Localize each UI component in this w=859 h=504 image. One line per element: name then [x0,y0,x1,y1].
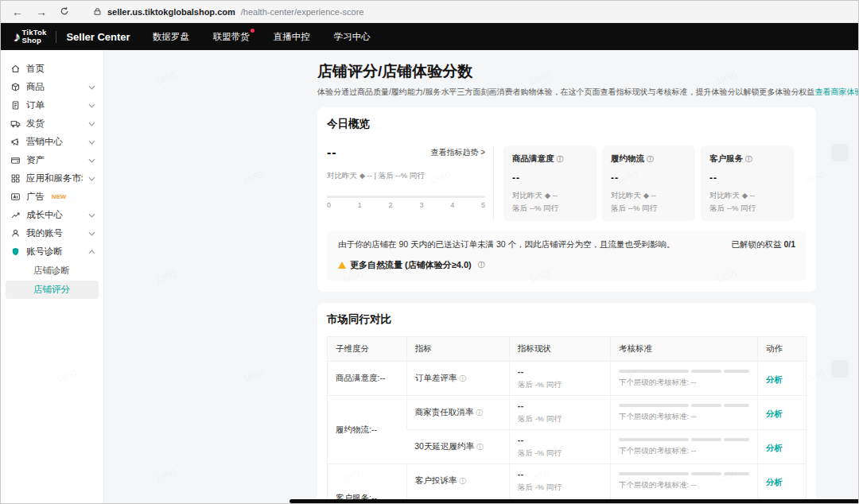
col-action: 动作 [757,337,806,362]
chevron-down-icon [88,158,95,163]
sidebar: 首页 商品 订单 发货 营销中心 [1,50,104,504]
card-value: -- [611,173,686,184]
view-trend-link[interactable]: 查看指标趋势 > [430,147,485,158]
dimension-cell: 商品满意度:-- [328,362,407,396]
metric-peer: 落后 -% 同行 [518,448,602,459]
standard-progress-bar [619,472,749,475]
sidebar-item-diagnosis[interactable]: 账号诊断 [1,242,103,261]
next-level-standard: 下个层级的考核标准: -- [619,412,749,422]
next-level-standard: 下个层级的考核标准: -- [619,480,749,490]
info-icon[interactable]: ⓘ [745,155,752,163]
sidebar-item-products[interactable]: 商品 [1,78,103,96]
sidebar-item-shipping[interactable]: 发货 [1,114,103,133]
sidebar-item-marketing[interactable]: 营销中心 [1,133,103,151]
info-icon[interactable]: ⓘ [476,409,483,417]
back-icon[interactable]: ← [12,6,23,17]
card-compare: 对比昨天 ◆ -- [709,191,785,201]
standard-progress-bar [619,370,749,373]
col-current: 指标现状 [509,337,610,362]
metric-label: 商家责任取消率 [415,407,474,417]
metric-value: -- [518,435,602,444]
card-value: -- [709,173,785,184]
nav-item-data-compass[interactable]: 数据罗盘 [153,31,189,43]
product-satisfaction-card: 商品满意度ⓘ -- 对比昨天 ◆ -- 落后 --% 同行 [503,145,597,221]
ads-icon [10,192,21,202]
nav-divider [56,31,56,43]
card-peer: 落后 --% 同行 [611,204,686,214]
url-domain: seller.us.tiktokglobalshop.com [107,7,235,17]
info-icon[interactable]: ⓘ [647,155,654,163]
card-compare: 对比昨天 ◆ -- [611,191,686,201]
metric-value: -- [518,401,602,410]
chevron-down-icon [88,213,95,218]
card-value: -- [512,173,588,184]
unlocked-benefits: 已解锁的权益 0/1 [731,239,795,250]
chevron-up-icon [88,250,95,254]
sidebar-item-orders[interactable]: 订单 [1,96,103,114]
nav-item-live-center[interactable]: 直播中控 [274,31,310,43]
tiktok-shop-logo[interactable]: ♪ TikTok Shop [14,29,46,45]
today-overview-card: 今日概览 -- 查看指标趋势 > 对比昨天 ◆ -- | 落后 --% 同行 [317,107,816,292]
next-level-standard: 下个层级的考核标准: -- [619,378,749,388]
scale-tick: 2 [389,201,393,209]
metric-label: 30天延迟履约率 [414,441,474,451]
analyze-link[interactable]: 分析 [766,374,783,384]
sidebar-item-app-market[interactable]: 应用和服务市场 [1,169,103,188]
floating-widget[interactable] [831,360,849,378]
reload-icon[interactable] [60,6,69,17]
info-icon[interactable]: ⓘ [557,155,564,163]
metric-label: 订单差评率 [415,373,457,382]
experience-score-rules-link[interactable]: 查看商家体验分规范 [815,87,858,96]
home-icon [10,64,21,74]
nav-item-affiliate[interactable]: 联盟带货 [213,31,250,43]
info-icon[interactable]: ⓘ [459,477,466,485]
sidebar-item-account[interactable]: 我的账号 [1,224,103,242]
product-icon [10,82,21,92]
sidebar-item-ads[interactable]: 广告 NEW [1,188,103,206]
analyze-link[interactable]: 分析 [766,409,783,418]
lock-icon [93,7,102,16]
order-icon [10,100,21,110]
standard-progress-bar [619,438,749,441]
warning-icon [338,262,346,269]
dimension-cell: 客户服务:-- [328,464,407,504]
analyze-link[interactable]: 分析 [766,443,783,452]
forward-icon[interactable]: → [36,6,47,17]
market-comparison-card: 市场同行对比 子维度分 指标 指标现状 考核标准 动作 [317,303,816,504]
sidebar-subitem-shop-diagnosis[interactable]: 店铺诊断 [6,262,99,280]
score-scale-track [327,196,485,198]
info-icon[interactable]: ⓘ [459,374,466,382]
sidebar-subitem-shop-rating[interactable]: 店铺评分 [6,281,99,299]
address-bar[interactable]: seller.us.tiktokglobalshop.com/health-ce… [93,7,363,17]
score-compare-text: 对比昨天 ◆ -- | 落后 --% 同行 [327,171,485,181]
scale-tick: 1 [358,201,362,209]
col-sub-dimension: 子维度分 [328,337,407,362]
chevron-down-icon [88,103,95,108]
table-row: 客户服务:-- 客户投诉率ⓘ --落后 -% 同行 下个层级的考核标准: -- … [328,464,807,498]
benefit-count: 0/1 [783,239,795,249]
metric-value: -- [518,469,602,479]
info-icon[interactable]: ⓘ [478,260,485,270]
growth-icon [10,210,21,220]
sidebar-item-assets[interactable]: 资产 [1,151,103,169]
card-peer: 落后 --% 同行 [512,204,588,214]
info-icon[interactable]: ⓘ [476,443,484,451]
nav-item-learning-center[interactable]: 学习中心 [334,31,371,43]
metric-peer: 落后 -% 同行 [518,380,602,390]
card-peer: 落后 --% 同行 [709,204,785,214]
browser-window: ← → seller.us.tiktokglobalshop.com/healt… [0,0,859,504]
fulfillment-logistics-card: 履约物流ⓘ -- 对比昨天 ◆ -- 落后 --% 同行 [602,145,695,221]
notice-text: 由于你的店铺在 90 天内的已送达订单未满 30 个，因此店铺评分为空，且流量也… [338,239,675,250]
floating-widget[interactable] [831,144,849,161]
comparison-table: 子维度分 指标 指标现状 考核标准 动作 商品满意度:-- 订单差评率ⓘ [327,336,807,504]
table-row: 商品满意度:-- 订单差评率ⓘ --落后 -% 同行 下个层级的考核标准: --… [328,362,807,396]
chevron-down-icon [88,176,95,181]
scale-tick: 3 [419,201,423,209]
analyze-link[interactable]: 分析 [766,477,783,487]
nav-seller-center[interactable]: Seller Center [66,31,130,43]
new-badge: NEW [52,193,66,200]
assets-icon [10,155,21,165]
sidebar-item-growth[interactable]: 成长中心 [1,206,103,224]
sidebar-item-home[interactable]: 首页 [1,60,103,78]
metric-peer: 落后 -% 同行 [518,414,602,425]
